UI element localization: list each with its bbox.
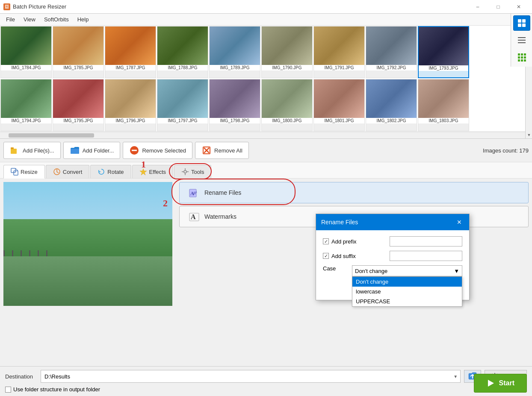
- tab-effects[interactable]: Effects: [132, 165, 174, 178]
- list-item[interactable]: IMG_1792.JPG: [366, 26, 417, 78]
- list-item[interactable]: IMG_1802.JPG: [366, 79, 417, 131]
- tab-resize[interactable]: Resize: [3, 165, 45, 179]
- app-container: 🖼 Batch Picture Resizer – □ ✕ File View …: [0, 0, 532, 396]
- app-title: Batch Picture Resizer: [13, 3, 468, 10]
- list-item[interactable]: IMG_1798.JPG: [209, 79, 260, 131]
- images-count: Images count: 179: [483, 147, 529, 154]
- list-item[interactable]: IMG_1794.JPG: [0, 79, 52, 131]
- add-folder-label: Add Folder...: [83, 147, 114, 154]
- tab-rotate[interactable]: Rotate: [90, 165, 131, 178]
- svg-rect-27: [522, 23, 526, 27]
- step2-label: 2: [163, 198, 168, 209]
- destination-row: Destination D:\Results ▼: [5, 370, 527, 383]
- menu-file[interactable]: File: [2, 15, 19, 24]
- images-view-icon: [517, 18, 526, 28]
- add-files-button[interactable]: Add File(s)...: [3, 142, 61, 159]
- side-toolbar: [511, 14, 532, 67]
- start-arrow-icon: [486, 378, 496, 388]
- list-item[interactable]: IMG_1789.JPG: [209, 26, 260, 78]
- list-item[interactable]: IMG_1803.JPG: [418, 79, 469, 131]
- tools-panel: 2 A B 3 Rename Files: [176, 179, 532, 311]
- tab-effects-label: Effects: [149, 169, 166, 175]
- menu-view[interactable]: View: [19, 15, 40, 24]
- svg-rect-1: [11, 147, 14, 149]
- rename-files-label: Rename Files: [204, 189, 241, 196]
- tabs-bar: 1 Resize Convert Rotate: [0, 162, 532, 179]
- list-item[interactable]: IMG_1795.JPG: [53, 79, 104, 131]
- svg-rect-34: [518, 56, 520, 59]
- menu-softorbits[interactable]: SoftOrbits: [40, 15, 73, 24]
- svg-rect-35: [521, 56, 523, 59]
- window-controls: – □ ✕: [468, 1, 529, 13]
- remove-all-icon: [201, 145, 212, 155]
- remove-all-button[interactable]: Remove All: [195, 142, 249, 159]
- remove-selected-icon: [129, 145, 139, 155]
- menu-help[interactable]: Help: [73, 15, 93, 24]
- start-button[interactable]: Start: [474, 374, 527, 393]
- watermarks-button[interactable]: A Watermarks: [179, 206, 529, 227]
- list-item[interactable]: IMG_1790.JPG: [261, 26, 313, 78]
- svg-rect-26: [518, 23, 521, 27]
- add-files-icon: [10, 145, 20, 155]
- svg-rect-36: [524, 56, 526, 59]
- use-folder-checkbox-label[interactable]: Use folder structure in output folder: [5, 386, 100, 393]
- destination-path-box[interactable]: D:\Results ▼: [41, 370, 461, 383]
- svg-rect-38: [521, 59, 523, 62]
- tab-tools[interactable]: Tools: [174, 165, 211, 178]
- watermarks-icon: A: [188, 211, 200, 223]
- maximize-button[interactable]: □: [488, 1, 508, 13]
- tab-convert[interactable]: Convert: [46, 165, 90, 178]
- main-area: 2 A B 3 Rename Files: [0, 179, 532, 311]
- list-item[interactable]: IMG_1791.JPG: [313, 26, 365, 78]
- tab-resize-label: Resize: [21, 169, 38, 175]
- list-view-button[interactable]: [513, 32, 530, 48]
- bottom-bar: Destination D:\Results ▼: [0, 366, 532, 396]
- toolbar: Add File(s)... Add Folder... Remove Sele…: [0, 139, 532, 162]
- use-folder-checkbox[interactable]: [5, 387, 11, 393]
- rename-files-icon: A B 3: [188, 187, 200, 199]
- destination-label: Destination: [5, 373, 37, 380]
- scroll-down-arrow[interactable]: ▼: [526, 132, 532, 138]
- list-item[interactable]: IMG_1784.JPG: [0, 26, 52, 78]
- svg-marker-50: [488, 380, 494, 387]
- list-item[interactable]: IMG_1793.JPG: [418, 26, 469, 78]
- convert-tab-icon: [53, 168, 61, 176]
- minimize-button[interactable]: –: [468, 1, 488, 13]
- svg-rect-9: [14, 171, 18, 175]
- add-folder-icon: [70, 145, 80, 155]
- list-item[interactable]: IMG_1796.JPG: [105, 79, 156, 131]
- svg-point-13: [184, 170, 186, 173]
- svg-rect-2: [71, 149, 79, 154]
- tab-tools-label: Tools: [191, 169, 204, 175]
- menu-bar: File View SoftOrbits Help: [0, 14, 532, 26]
- list-item[interactable]: IMG_1801.JPG: [313, 79, 365, 131]
- step1-label: 1: [141, 159, 146, 170]
- image-row-2: IMG_1794.JPG IMG_1795.JPG IMG_1796.JPG I…: [0, 79, 525, 132]
- close-button[interactable]: ✕: [509, 1, 529, 13]
- svg-rect-0: [11, 149, 17, 154]
- start-label: Start: [499, 379, 514, 387]
- grid-view-button[interactable]: [513, 50, 530, 65]
- list-item[interactable]: IMG_1785.JPG: [53, 26, 104, 78]
- images-view-button[interactable]: [513, 15, 530, 31]
- list-item[interactable]: IMG_1800.JPG: [261, 79, 313, 131]
- horizontal-scrollbar[interactable]: [0, 132, 525, 138]
- list-item[interactable]: IMG_1788.JPG: [157, 26, 208, 78]
- remove-selected-button[interactable]: Remove Selected: [123, 142, 192, 159]
- watermarks-label: Watermarks: [204, 213, 236, 220]
- app-icon: 🖼: [3, 3, 10, 10]
- svg-text:3: 3: [195, 191, 197, 194]
- svg-rect-25: [522, 19, 526, 23]
- svg-rect-37: [518, 59, 520, 62]
- svg-rect-8: [11, 168, 15, 173]
- rename-files-button[interactable]: A B 3 Rename Files: [179, 182, 529, 203]
- add-files-label: Add File(s)...: [23, 147, 54, 154]
- remove-all-label: Remove All: [214, 147, 242, 154]
- add-folder-button[interactable]: Add Folder...: [63, 142, 121, 159]
- list-item[interactable]: IMG_1787.JPG: [105, 26, 156, 78]
- list-item[interactable]: IMG_1797.JPG: [157, 79, 208, 131]
- destination-path: D:\Results: [44, 373, 70, 380]
- svg-rect-39: [524, 59, 526, 62]
- svg-rect-33: [524, 53, 526, 56]
- image-row-1: IMG_1784.JPG IMG_1785.JPG IMG_1787.JPG I…: [0, 26, 525, 79]
